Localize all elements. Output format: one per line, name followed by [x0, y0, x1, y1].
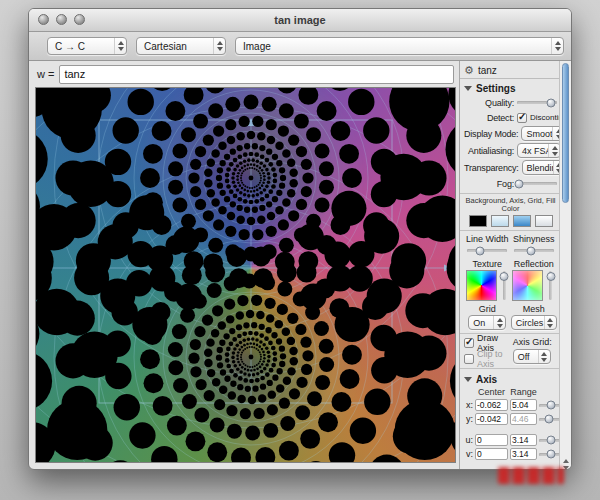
slider-thumb[interactable] — [546, 98, 555, 107]
window-title: tan image — [274, 14, 325, 26]
slider-thumb[interactable] — [526, 246, 535, 255]
slider-thumb[interactable] — [500, 272, 509, 281]
transparency-row: Transparency: Blending — [464, 160, 557, 175]
range-header: Range — [510, 387, 537, 397]
divider — [460, 230, 571, 231]
fill-color-swatch[interactable] — [535, 215, 553, 227]
object-row[interactable]: ⚙ tanz — [460, 62, 571, 79]
axis-color-swatch[interactable] — [491, 215, 509, 227]
shinyness-label: Shinyness — [513, 234, 555, 244]
slider-thumb[interactable] — [546, 272, 555, 281]
minimize-button[interactable] — [56, 14, 67, 25]
discontinuities-checkbox[interactable]: ✓ — [517, 113, 527, 123]
texture-slider[interactable] — [500, 270, 509, 301]
display-type-popup[interactable]: Image — [235, 37, 564, 55]
draw-axis-checkbox[interactable]: ✓ — [464, 338, 474, 348]
axis-x-range-input[interactable] — [510, 399, 537, 411]
formula-row: w = — [29, 61, 459, 87]
plot-canvas[interactable] — [35, 87, 456, 463]
checkmark-icon: ✓ — [518, 111, 526, 122]
popup-arrows-icon — [551, 38, 563, 54]
grid-popup[interactable]: On — [468, 315, 506, 330]
axis-y-range-input[interactable] — [510, 413, 537, 425]
colors-label: Background, Axis, Grid, Fill Color — [464, 197, 557, 213]
scrollbar-thumb[interactable] — [562, 63, 569, 203]
axis-y-center-input[interactable] — [475, 413, 508, 425]
slider-thumb[interactable] — [545, 415, 554, 424]
gear-icon: ⚙ — [464, 65, 474, 75]
transparency-value: Blending — [523, 163, 553, 173]
popup-arrows-icon — [213, 38, 225, 54]
axis-x-center-input[interactable] — [475, 399, 508, 411]
axis-v-range-input[interactable] — [510, 448, 537, 460]
fog-row: Fog: — [464, 177, 557, 190]
mapping-popup[interactable]: C → C — [47, 37, 127, 55]
divider — [460, 193, 571, 194]
close-button[interactable] — [38, 14, 49, 25]
line-width-label: Line Width — [466, 234, 509, 244]
detect-label: Detect: — [464, 113, 514, 123]
axis-grid-popup[interactable]: Off — [513, 349, 551, 364]
detect-row: Detect: ✓ Discontinuities — [464, 111, 557, 124]
slider-thumb[interactable] — [546, 436, 555, 445]
axis-x-label: x: — [464, 400, 473, 410]
formula-input[interactable] — [59, 65, 454, 84]
title-bar[interactable]: tan image — [29, 9, 571, 32]
axis-u-center-input[interactable] — [475, 434, 508, 446]
axis-table: Center Range x: y: u: — [464, 387, 557, 460]
popup-arrows-icon — [114, 38, 126, 54]
reflection-slider[interactable] — [546, 270, 555, 301]
axis-section-header[interactable]: Axis — [464, 372, 557, 387]
shinyness-slider[interactable] — [514, 245, 554, 256]
settings-section-header[interactable]: Settings — [464, 81, 557, 96]
mesh-popup[interactable]: Circles — [511, 315, 557, 330]
grid-label: Grid — [479, 304, 496, 314]
axis-u-range-input[interactable] — [510, 434, 537, 446]
window-controls — [38, 14, 85, 25]
mesh-value: Circles — [512, 318, 544, 328]
slider-thumb[interactable] — [476, 246, 485, 255]
settings-panel: ⚙ tanz Settings Quality: Detect: ✓ Disco… — [459, 61, 571, 470]
popup-arrows-icon — [544, 316, 556, 329]
axis-u-label: u: — [464, 435, 473, 445]
transparency-label: Transparency: — [464, 163, 519, 173]
texture-label: Texture — [472, 259, 502, 269]
display-mode-row: Display Mode: Smooth — [464, 126, 557, 141]
grid-mesh-labels: Grid Mesh — [464, 304, 557, 314]
antialiasing-label: Antialiasing: — [464, 146, 514, 156]
app-window: tan image C → C Cartesian Image w = — [28, 8, 572, 470]
slider-thumb[interactable] — [546, 401, 555, 410]
formula-label: w = — [37, 68, 54, 80]
texture-picker[interactable] — [466, 270, 497, 301]
tan-plot-overlay — [36, 88, 455, 462]
disclosure-triangle-icon — [464, 377, 472, 382]
quality-slider[interactable] — [517, 97, 557, 108]
checkmark-icon: ✓ — [465, 336, 473, 347]
coordinates-popup[interactable]: Cartesian — [136, 37, 226, 55]
axis-grid-value: Off — [514, 352, 538, 362]
reflection-label: Reflection — [514, 259, 554, 269]
reflection-picker[interactable] — [512, 270, 543, 301]
axis-section-title: Axis — [476, 374, 497, 385]
zoom-button[interactable] — [74, 14, 85, 25]
antialiasing-popup[interactable]: 4x FSAA — [517, 143, 561, 158]
grid-color-swatch[interactable] — [513, 215, 531, 227]
quality-row: Quality: — [464, 96, 557, 109]
color-swatches — [464, 215, 557, 227]
panel-scrollbar[interactable] — [559, 61, 571, 470]
grid-value: On — [469, 318, 493, 328]
disclosure-triangle-icon — [464, 86, 472, 91]
fog-slider[interactable] — [517, 178, 557, 189]
axis-grid-label: Axis Grid: — [513, 337, 552, 347]
axis-v-center-input[interactable] — [475, 448, 508, 460]
line-width-slider[interactable] — [467, 245, 507, 256]
slider-thumb[interactable] — [546, 450, 555, 459]
display-mode-value: Smooth — [522, 129, 552, 139]
slider-thumb[interactable] — [515, 179, 524, 188]
background-color-swatch[interactable] — [469, 215, 487, 227]
scroll-up-icon[interactable] — [563, 459, 569, 463]
object-name: tanz — [478, 65, 497, 76]
clip-to-axis-checkbox[interactable] — [464, 354, 474, 364]
settings-section-title: Settings — [476, 83, 515, 94]
antialiasing-row: Antialiasing: 4x FSAA — [464, 143, 557, 158]
